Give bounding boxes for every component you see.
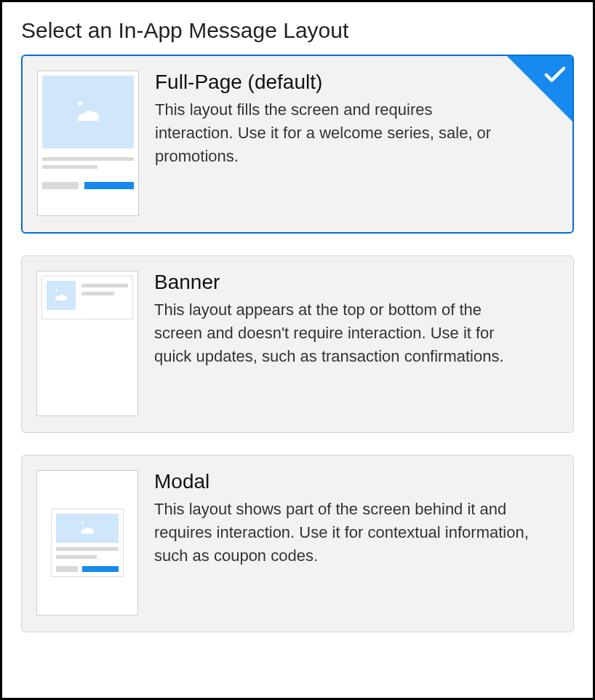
thumbnail-banner	[36, 271, 138, 416]
option-title: Banner	[154, 271, 530, 294]
option-description: This layout fills the screen and require…	[155, 98, 507, 168]
selected-badge	[507, 56, 572, 122]
svg-point-0	[78, 101, 82, 106]
image-placeholder-icon	[70, 98, 106, 127]
image-placeholder-icon	[51, 287, 71, 304]
svg-point-1	[55, 290, 57, 292]
option-title: Full-Page (default)	[155, 71, 507, 94]
option-description: This layout appears at the top or bottom…	[154, 298, 530, 368]
layout-option-modal[interactable]: Modal This layout shows part of the scre…	[21, 455, 574, 632]
layout-option-full-page[interactable]: Full-Page (default) This layout fills th…	[21, 55, 574, 234]
thumbnail-full-page	[37, 71, 139, 216]
thumbnail-modal	[36, 470, 138, 616]
image-placeholder-icon	[76, 519, 98, 538]
layout-option-banner[interactable]: Banner This layout appears at the top or…	[21, 255, 574, 433]
option-title: Modal	[154, 470, 530, 493]
svg-point-2	[81, 522, 84, 525]
page-title: Select an In-App Message Layout	[21, 18, 574, 43]
checkmark-icon	[542, 62, 568, 88]
option-description: This layout shows part of the screen beh…	[154, 498, 530, 568]
